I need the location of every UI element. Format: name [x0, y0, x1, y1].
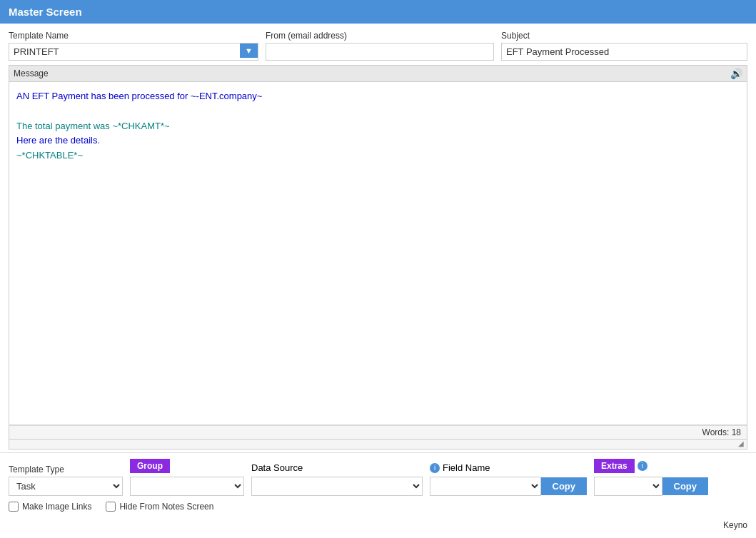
words-count-row: Words: 18 — [9, 425, 747, 440]
message-line-5: ~*CHKTABLE*~ — [16, 150, 83, 161]
data-source-select[interactable] — [251, 477, 423, 496]
speaker-icon[interactable]: 🔊 — [730, 68, 742, 79]
extras-select[interactable] — [594, 477, 662, 496]
make-image-links-label: Make Image Links — [22, 502, 91, 512]
template-type-group: Template Type Task — [9, 465, 123, 496]
template-name-dropdown-arrow[interactable]: ▼ — [240, 44, 258, 58]
template-name-label: Template Name — [9, 31, 258, 41]
from-email-label: From (email address) — [266, 31, 494, 41]
template-name-select[interactable]: PRINTEFT — [9, 44, 240, 60]
subject-input[interactable] — [501, 43, 747, 61]
data-source-label-row: Data Source — [251, 462, 423, 473]
field-name-copy-button[interactable]: Copy — [541, 477, 588, 495]
extras-copy-button[interactable]: Copy — [662, 477, 709, 495]
extras-label-row: Extras i — [594, 459, 708, 473]
make-image-links-checkbox[interactable] — [9, 502, 19, 512]
subject-label: Subject — [501, 31, 747, 41]
field-name-with-copy: Copy — [430, 477, 587, 496]
message-section: Message 🔊 AN EFT Payment has been proces… — [0, 65, 756, 452]
message-line-4: Here are the details. — [16, 135, 100, 146]
title-bar: Master Screen — [0, 0, 756, 24]
group-label-button[interactable]: Group — [130, 459, 170, 473]
keyno-label: Keyno — [723, 520, 747, 530]
data-source-label: Data Source — [251, 462, 303, 473]
message-label-row: Message 🔊 — [9, 65, 747, 81]
dropdown-arrow-icon: ▼ — [245, 46, 253, 55]
keyno-row: Keyno — [0, 517, 756, 533]
template-name-group: Template Name PRINTEFT ▼ — [9, 31, 258, 61]
hide-from-notes-label: Hide From Notes Screen — [119, 502, 213, 512]
hide-from-notes-group: Hide From Notes Screen — [106, 502, 213, 512]
words-count: Words: 18 — [702, 427, 741, 437]
message-line-3: The total payment was ~*CHKAMT*~ — [16, 121, 170, 131]
group-select[interactable] — [130, 477, 244, 496]
group-label-row: Group — [130, 459, 244, 473]
bottom-section: Template Type Task Group Data Source — [0, 452, 756, 517]
form-section: Template Name PRINTEFT ▼ From (email add… — [0, 24, 756, 65]
template-name-select-wrapper[interactable]: PRINTEFT ▼ — [9, 43, 258, 61]
make-image-links-group: Make Image Links — [9, 502, 91, 512]
group-col: Group — [130, 459, 244, 496]
field-name-label: Field Name — [443, 462, 490, 473]
from-email-input[interactable] — [266, 43, 494, 61]
subject-group: Subject — [501, 31, 747, 61]
message-line-1: AN EFT Payment has been processed for ~-… — [16, 91, 262, 101]
hide-from-notes-checkbox[interactable] — [106, 502, 116, 512]
title-text: Master Screen — [9, 6, 82, 18]
extras-with-copy: Copy — [594, 477, 708, 496]
template-type-label: Template Type — [9, 465, 123, 474]
master-screen: Master Screen Template Name PRINTEFT ▼ F… — [0, 0, 756, 538]
template-type-select[interactable]: Task — [9, 477, 123, 496]
from-email-group: From (email address) — [266, 31, 494, 61]
field-name-label-row: i Field Name — [430, 462, 587, 473]
bottom-row2: Make Image Links Hide From Notes Screen — [9, 502, 747, 512]
form-row: Template Name PRINTEFT ▼ From (email add… — [9, 31, 747, 61]
message-textarea-wrapper: AN EFT Payment has been processed for ~-… — [9, 81, 747, 425]
extras-group: Extras i Copy — [594, 459, 708, 496]
resize-handle[interactable]: ◢ — [9, 440, 747, 450]
field-name-select[interactable] — [430, 477, 541, 496]
extras-info-icon[interactable]: i — [637, 461, 647, 471]
message-label: Message — [14, 68, 49, 78]
field-name-group: i Field Name Copy — [430, 462, 587, 496]
extras-label-button[interactable]: Extras — [594, 459, 635, 473]
bottom-row1: Template Type Task Group Data Source — [9, 459, 747, 496]
field-name-info-icon[interactable]: i — [430, 463, 440, 473]
message-content-area[interactable]: AN EFT Payment has been processed for ~-… — [9, 82, 747, 425]
data-source-group: Data Source — [251, 462, 423, 496]
